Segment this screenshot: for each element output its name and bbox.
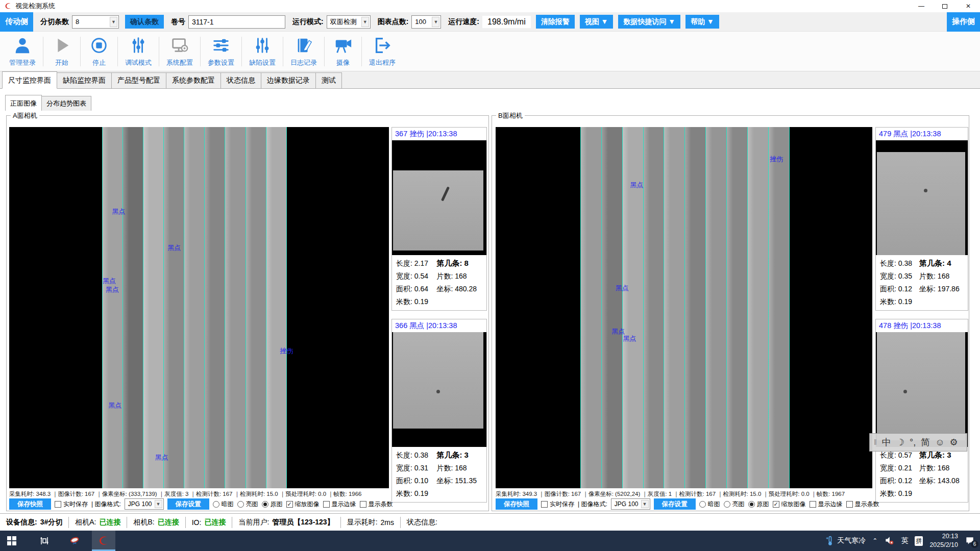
thumb-material — [877, 332, 965, 440]
checkbox-缩放图像[interactable]: 缩放图像 — [773, 500, 806, 509]
help-menu-button[interactable]: 帮助 ▼ — [685, 15, 719, 29]
defect-thumbnail — [876, 332, 968, 447]
toolbar-label: 系统配置 — [166, 58, 193, 67]
status-segment: 相机A: 已连接 — [69, 517, 127, 528]
defect-overlay-label: 黑点 — [112, 207, 126, 216]
toolbar-button-play[interactable]: 开始 — [43, 36, 80, 67]
language-indicator[interactable]: 英 — [901, 536, 908, 545]
minimize-button[interactable]: — — [910, 0, 933, 12]
chart-points-select[interactable]: 100▼ — [411, 15, 441, 29]
checkbox-realtime-save[interactable]: 实时保存 — [541, 500, 574, 509]
tab-1[interactable]: 缺陷监控界面 — [57, 72, 112, 88]
clock[interactable]: 20:132025/2/10 — [929, 532, 958, 549]
radio-原图[interactable]: 原图 — [262, 500, 283, 509]
close-button[interactable]: ✕ — [957, 0, 980, 12]
status-segment: 显示耗时: 2ms — [341, 517, 401, 528]
start-button[interactable] — [0, 531, 23, 551]
split-count-select[interactable]: 8▼ — [72, 15, 119, 29]
checkbox-显示边缘[interactable]: 显示边缘 — [323, 500, 356, 509]
tab-6[interactable]: 测试 — [315, 72, 342, 88]
vision-app-taskbar-icon[interactable] — [92, 531, 115, 551]
toolbar-button-exit[interactable]: 退出程序 — [362, 36, 403, 67]
confirm-count-button[interactable]: 确认条数 — [125, 15, 164, 29]
save-snapshot-button[interactable]: 保存快照 — [496, 498, 537, 510]
defect-metrics: 长度: 0.57第几条: 3 宽度: 0.21片数: 168 面积: 0.12坐… — [876, 447, 968, 502]
defect-header: 367 挫伤 |20:13:38 — [392, 128, 486, 140]
radio-暗图[interactable]: 暗图 — [699, 500, 720, 509]
radio-亮图[interactable]: 亮图 — [237, 500, 258, 509]
checkbox-显示条数[interactable]: 显示条数 — [846, 500, 879, 509]
hidden-icons-chevron[interactable]: ⌃ — [872, 537, 877, 544]
ime-item-5[interactable]: ⚙ — [950, 437, 958, 448]
toolbar-button-params[interactable]: 参数设置 — [201, 36, 241, 67]
notification-center-icon[interactable]: 6 — [965, 536, 975, 546]
toolbar-button-debug[interactable]: 调试模式 — [118, 36, 159, 67]
drive-side-button[interactable]: 传动侧 — [0, 12, 33, 32]
sysconfig-icon — [170, 36, 189, 57]
subtab-1[interactable]: 分布趋势图表 — [41, 96, 91, 111]
run-speed-value: 198.9m/mi — [482, 16, 531, 28]
toolbar-button-defects[interactable]: 缺陷设置 — [242, 36, 283, 67]
radio-暗图[interactable]: 暗图 — [213, 500, 234, 509]
maximize-button[interactable] — [933, 0, 957, 12]
film-strip — [768, 127, 790, 488]
ime-item-0[interactable]: 中 — [882, 436, 891, 448]
clear-alarm-button[interactable]: 清除报警 — [536, 15, 575, 29]
data-quick-access-button[interactable]: 数据快捷访问 ▼ — [618, 15, 680, 29]
defect-metrics: 长度: 0.38第几条: 3 宽度: 0.31片数: 168 面积: 0.10坐… — [392, 447, 486, 502]
operator-side-button[interactable]: 操作侧 — [947, 12, 980, 32]
ime-item-2[interactable]: °, — [910, 437, 916, 448]
checkbox-显示边缘[interactable]: 显示边缘 — [810, 500, 843, 509]
radio-亮图[interactable]: 亮图 — [724, 500, 745, 509]
status-segment: 状态信息: — [401, 517, 447, 528]
tab-2[interactable]: 产品型号配置 — [111, 72, 166, 88]
film-strip — [601, 127, 622, 488]
toolbar-button-user[interactable]: 管理登录 — [2, 36, 43, 67]
weather-widget[interactable]: 天气寒冷 — [825, 536, 866, 546]
tab-3[interactable]: 系统参数配置 — [166, 72, 221, 88]
checkbox-显示条数[interactable]: 显示条数 — [360, 500, 393, 509]
tab-0[interactable]: 尺寸监控界面 — [2, 71, 57, 89]
roll-number-input[interactable] — [188, 15, 285, 29]
checkbox-缩放图像[interactable]: 缩放图像 — [286, 500, 320, 509]
thumb-material — [393, 332, 484, 429]
ime-item-3[interactable]: 简 — [921, 436, 930, 448]
save-settings-button[interactable]: 保存设置 — [167, 498, 209, 510]
ime-item-1[interactable]: ☽ — [896, 437, 904, 448]
film-strip — [184, 127, 204, 488]
save-settings-button[interactable]: 保存设置 — [654, 498, 696, 510]
defect-card[interactable]: 478 挫伤 |20:13:38 长度: 0.57第几条: 3 宽度: 0.21… — [875, 319, 968, 503]
film-strip — [204, 127, 225, 488]
tab-4[interactable]: 状态信息 — [220, 72, 261, 88]
ime-indicator[interactable]: 拼 — [915, 536, 923, 546]
defect-card[interactable]: 479 黑点 |20:13:38 长度: 0.38第几条: 4 宽度: 0.35… — [875, 127, 968, 311]
defect-card[interactable]: 366 黑点 |20:13:38 长度: 0.38第几条: 3 宽度: 0.31… — [391, 319, 487, 503]
ime-item-4[interactable]: ☺ — [935, 437, 944, 448]
toolbar-button-camera[interactable]: 摄像 — [325, 36, 361, 67]
dot-mark — [903, 390, 907, 393]
ime-drag-handle[interactable]: ‖ — [874, 438, 877, 446]
image-format-select[interactable]: JPG 100▼ — [611, 498, 650, 510]
image-format-select[interactable]: JPG 100▼ — [125, 498, 164, 510]
taskbar: ✂ 天气寒冷 ⌃ 英 拼 20:132025/2/10 6 — [0, 531, 980, 551]
toolbar-button-log[interactable]: 日志记录 — [283, 36, 324, 67]
view-menu-button[interactable]: 视图 ▼ — [580, 15, 614, 29]
radio-原图[interactable]: 原图 — [748, 500, 769, 509]
run-mode-select[interactable]: 双面检测▼ — [327, 15, 371, 29]
defect-card[interactable]: 367 挫伤 |20:13:38 长度: 2.17第几条: 8 宽度: 0.54… — [391, 127, 487, 311]
defect-overlay-label: 黑点 — [103, 277, 116, 286]
toolbar-button-sysconfig[interactable]: 系统配置 — [159, 36, 200, 67]
toolbar-button-stop[interactable]: 停止 — [81, 36, 117, 67]
status-segment: IO: 已连接 — [186, 517, 233, 528]
image-format-label: | 图像格式: — [91, 500, 121, 509]
task-view-button[interactable] — [33, 531, 56, 551]
device-status-bar: 设备信息: 3#分切 相机A: 已连接 相机B: 已连接 IO: 已连接 当前用… — [0, 513, 980, 531]
defect-overlay-label: 挫伤 — [770, 155, 783, 164]
volume-muted-icon[interactable] — [884, 535, 894, 547]
snipping-tool-icon[interactable]: ✂ — [63, 531, 87, 551]
subtab-0[interactable]: 正面图像 — [5, 95, 42, 111]
checkbox-realtime-save[interactable]: 实时保存 — [55, 500, 88, 509]
save-snapshot-button[interactable]: 保存快照 — [9, 498, 51, 510]
ime-toolbar[interactable]: ‖中☽°,简☺⚙ — [869, 433, 967, 452]
tab-5[interactable]: 边缘数据记录 — [261, 72, 316, 88]
